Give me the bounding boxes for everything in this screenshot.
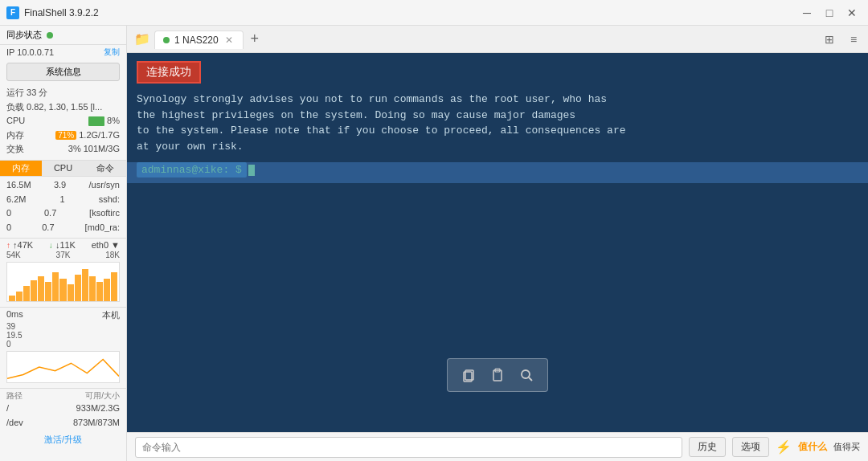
activate-button[interactable]: 激活/升级: [6, 430, 120, 449]
mem-row: 内存 71% 1.2G/1.7G: [6, 129, 120, 143]
new-tab-button[interactable]: +: [244, 28, 266, 51]
ping-val-1: 39: [6, 322, 120, 331]
mem-values: 71% 1.2G/1.7G: [55, 129, 120, 143]
brand-sub: 值得买: [833, 441, 860, 453]
cpu-value: 8%: [87, 114, 120, 129]
mem-pct: 71%: [55, 131, 76, 140]
copy-icon[interactable]: [457, 364, 480, 386]
table-row: 0 0.7 [md0_ra:: [6, 221, 120, 235]
chart-bar: [104, 279, 110, 302]
prompt-container: adminnas@xike: $: [137, 162, 858, 177]
proc-cmd: /usr/syn: [88, 178, 120, 193]
net-interface: eth0 ▼: [92, 240, 120, 250]
process-list: 16.5M 3.9 /usr/syn 6.2M 1 sshd: 0 0.7 [k…: [0, 177, 126, 236]
maximize-button[interactable]: □: [820, 3, 839, 22]
ping-val-2: 19.5: [6, 331, 120, 340]
network-chart: [6, 262, 120, 302]
proc-mem: 0: [6, 206, 11, 221]
chart-bar: [96, 282, 103, 301]
proc-cpu: 0.7: [42, 221, 54, 235]
list-view-button[interactable]: ≡: [842, 28, 865, 51]
sidebar-header: 同步状态: [0, 26, 126, 45]
disk-row: /dev 873M/873M: [6, 416, 120, 430]
chart-bar: [111, 272, 117, 301]
sidebar-ip-row: IP 10.0.0.71 复制: [0, 45, 126, 59]
net-down: ↓ ↓11K: [49, 240, 76, 250]
chart-bar: [31, 280, 37, 301]
table-row: 6.2M 1 sshd:: [6, 193, 120, 207]
ping-label: 0ms: [6, 309, 23, 321]
proc-cmd: sshd:: [99, 193, 120, 207]
app-title: FinalShell 3.9.2.2: [24, 7, 99, 18]
load-label: 负载 0.82, 1.30, 1.55 [l...: [6, 100, 120, 115]
ping-header: 0ms 本机: [6, 309, 120, 321]
ping-chart: [6, 351, 120, 383]
sync-label: 同步状态: [6, 29, 42, 41]
swap-values: 3% 101M/3G: [68, 142, 120, 157]
tab-cmd[interactable]: 命令: [84, 161, 126, 176]
table-row: 0 0.7 [ksoftirc: [6, 206, 120, 221]
proc-mem: 0: [6, 221, 11, 235]
network-section: ↑ ↑47K ↓ ↓11K eth0 ▼ 54K 37K 18K: [0, 238, 126, 305]
net-up: ↑ ↑47K: [6, 240, 33, 250]
grid-view-button[interactable]: ⊞: [818, 28, 841, 51]
tab-nas220[interactable]: 1 NAS220 ✕: [154, 31, 244, 49]
options-button[interactable]: 选项: [732, 437, 769, 457]
folder-icon[interactable]: 📁: [130, 27, 154, 51]
sync-indicator: [47, 32, 53, 39]
title-bar: F FinalShell 3.9.2.2 ─ □ ✕: [0, 0, 868, 26]
paste-icon[interactable]: [486, 364, 509, 386]
cpu-label: CPU: [6, 114, 25, 129]
minimize-button[interactable]: ─: [797, 3, 817, 22]
down-arrow-icon: ↓: [49, 241, 53, 250]
status-bar: 历史 选项 ⚡ 值什么 值得买: [127, 432, 868, 461]
sysinfo-button[interactable]: 系统信息: [6, 63, 120, 81]
tab-close-button[interactable]: ✕: [223, 35, 235, 46]
main-content: 📁 1 NAS220 ✕ + ⊞ ≡ 连接成功 Synology strongl…: [127, 26, 868, 461]
history-button[interactable]: 历史: [689, 437, 726, 457]
cpu-bar: [88, 116, 104, 126]
chart-bar: [38, 276, 44, 301]
selection-highlight: [127, 162, 868, 183]
window-controls: ─ □ ✕: [797, 3, 862, 22]
disk-row: / 933M/2.3G: [6, 402, 120, 416]
svg-point-4: [522, 370, 530, 378]
chart-bar: [68, 284, 74, 302]
mem-label: 内存: [6, 129, 24, 143]
disk-avail-header: 可用/大小: [85, 390, 120, 402]
copy-ip-button[interactable]: 复制: [104, 47, 120, 58]
proc-cmd: [md0_ra:: [85, 221, 120, 235]
connection-indicator: [163, 37, 170, 43]
disk-path-1: /: [6, 402, 9, 416]
terminal-toolbar: [447, 358, 548, 392]
mem-value: 1.2G/1.7G: [79, 130, 120, 140]
chart-bar: [89, 276, 96, 301]
proc-cpu: 0.7: [44, 206, 56, 221]
ip-label: IP 10.0.0.71: [6, 47, 54, 57]
chart-bar: [9, 296, 15, 301]
proc-mem: 16.5M: [6, 178, 31, 193]
command-input[interactable]: [135, 437, 682, 458]
cpu-row: CPU 8%: [6, 114, 120, 129]
up-arrow-icon: ↑: [6, 241, 10, 250]
chart-bars: [7, 263, 119, 301]
net-down-value: ↓11K: [55, 240, 76, 250]
close-button[interactable]: ✕: [842, 3, 862, 22]
search-icon[interactable]: [515, 364, 538, 386]
svg-line-5: [529, 377, 532, 381]
tab-mem[interactable]: 内存: [0, 161, 42, 176]
ping-val-3: 0: [6, 340, 120, 349]
disk-value-2: 873M/873M: [73, 416, 120, 430]
disk-path-header: 路径: [6, 390, 23, 402]
tab-cpu[interactable]: CPU: [42, 161, 84, 176]
uptime-label: 运行 33 分: [6, 86, 120, 100]
terminal[interactable]: 连接成功 Synology strongly advises you not t…: [127, 53, 868, 432]
local-label: 本机: [102, 309, 120, 321]
net-header: ↑ ↑47K ↓ ↓11K eth0 ▼: [6, 240, 120, 250]
net-val-2: 37K: [56, 251, 71, 259]
sidebar: 同步状态 IP 10.0.0.71 复制 系统信息 运行 33 分 负载 0.8…: [0, 26, 127, 461]
lightning-icon: ⚡: [776, 439, 792, 455]
proc-cmd: [ksoftirc: [89, 206, 120, 221]
tab-label: 1 NAS220: [174, 35, 219, 46]
disk-header: 路径 可用/大小: [6, 390, 120, 402]
